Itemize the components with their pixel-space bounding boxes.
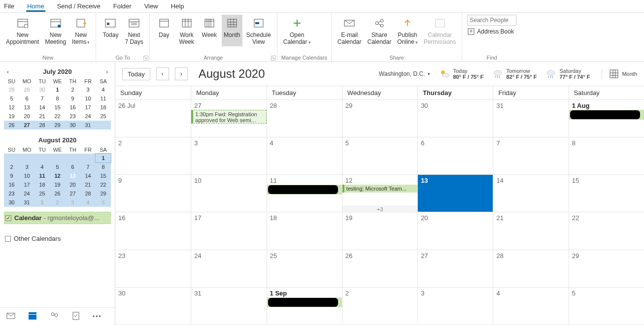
menu-view[interactable]: View	[143, 0, 159, 12]
calendar-list-item-other[interactable]: Other Calendars	[4, 233, 111, 244]
menu-folder[interactable]: Folder	[112, 0, 133, 12]
email-calendar-button[interactable]: E-mail Calendar	[336, 15, 364, 47]
day-icon	[158, 17, 170, 28]
day-cell[interactable]: 29	[569, 250, 644, 288]
arrange-day-button[interactable]: Day	[154, 15, 174, 46]
day-cell[interactable]: 7	[493, 137, 568, 175]
arrange-workweek-button[interactable]: Work Week	[176, 15, 197, 46]
svg-point-54	[547, 70, 555, 75]
arrange-week-button[interactable]: Week	[199, 15, 220, 46]
day-cell[interactable]: 5	[569, 288, 644, 325]
day-cell[interactable]: 23	[115, 250, 191, 288]
day-of-week-row: SundayMondayTuesdayWednesdayThursdayFrid…	[115, 86, 644, 100]
view-switcher[interactable]: Month	[602, 69, 637, 79]
day-cell[interactable]: 20	[417, 212, 493, 250]
menu-help[interactable]: Help	[170, 0, 185, 12]
day-cell[interactable]: 31	[493, 100, 568, 137]
day-cell[interactable]: 30	[115, 288, 191, 325]
menu-send-receive[interactable]: Send / Receive	[56, 0, 102, 12]
day-cell[interactable]: 28	[493, 250, 568, 288]
nav-more-icon[interactable]: •••	[93, 313, 102, 320]
new-items-button[interactable]: New Items▾	[70, 15, 92, 47]
day-cell[interactable]: 5	[342, 137, 417, 175]
event-item[interactable]: 1:30pm Fwd: Registration approved for We…	[191, 110, 266, 124]
month-grid[interactable]: 26 Jul271:30pm Fwd: Registration approve…	[115, 100, 644, 325]
day-cell[interactable]: 19	[342, 212, 417, 250]
group-launcher-arrange[interactable]: ↘	[271, 56, 276, 61]
nav-people-icon[interactable]	[49, 311, 59, 322]
nav-calendar-icon[interactable]	[28, 311, 37, 322]
day-cell[interactable]: 10	[191, 175, 266, 212]
day-cell[interactable]: 14	[493, 175, 568, 212]
event-item-redacted[interactable]	[267, 297, 342, 307]
event-item-redacted[interactable]	[267, 185, 342, 195]
day-cell[interactable]: 1 Sep	[267, 288, 342, 325]
day-cell[interactable]: 26	[342, 250, 417, 288]
menu-home[interactable]: Home	[26, 0, 45, 12]
day-cell[interactable]: 2	[342, 288, 417, 325]
day-cell[interactable]: 6	[417, 137, 493, 175]
day-cell[interactable]: 4	[493, 288, 568, 325]
mini-calendar-july[interactable]: SUMOTUWETHFRSA28293012345678910111213141…	[4, 77, 111, 130]
dow-sunday: Sunday	[115, 86, 191, 99]
group-launcher-goto[interactable]: ↘	[143, 56, 148, 61]
day-cell[interactable]: 8	[569, 137, 644, 175]
day-cell[interactable]: 1 Aug	[569, 100, 644, 137]
event-item[interactable]: testing; Microsoft Team...	[342, 185, 417, 193]
day-cell[interactable]: 271:30pm Fwd: Registration approved for …	[191, 100, 266, 137]
day-cell[interactable]: 21	[493, 212, 568, 250]
address-book-button[interactable]: Address Book	[467, 28, 516, 35]
weather-location[interactable]: Washington, D.C. ▾	[379, 70, 431, 77]
new-meeting-button[interactable]: New Meeting	[43, 15, 68, 47]
calendar-list-item-mine[interactable]: ✓ Calendar - rgmonteloyola@...	[4, 212, 111, 224]
day-cell[interactable]: 22	[569, 212, 644, 250]
day-cell[interactable]: 18	[267, 212, 342, 250]
goto-today-button[interactable]: Today	[100, 15, 121, 46]
goto-next7-button[interactable]: Next 7 Days	[123, 15, 145, 46]
nav-mail-icon[interactable]	[6, 311, 16, 322]
arrange-month-button[interactable]: Month	[222, 15, 242, 46]
day-cell[interactable]: 28	[267, 100, 342, 137]
mini-prev-button[interactable]: ‹	[4, 68, 12, 75]
nav-tasks-icon[interactable]	[71, 311, 81, 322]
day-cell[interactable]: 31	[191, 288, 266, 325]
day-cell[interactable]: 12testing; Microsoft Team...+3	[342, 175, 417, 212]
day-cell[interactable]: 2	[115, 137, 191, 175]
day-cell[interactable]: 17	[191, 212, 266, 250]
menu-file[interactable]: File	[3, 0, 15, 12]
day-cell[interactable]: 3	[417, 288, 493, 325]
today-button[interactable]: Today	[122, 68, 150, 80]
day-cell[interactable]: 27	[417, 250, 493, 288]
prev-period-button[interactable]: ‹	[156, 67, 169, 80]
event-item-redacted[interactable]	[569, 110, 644, 120]
publish-online-button[interactable]: Publish Online▾	[395, 15, 420, 47]
day-cell[interactable]: 3	[191, 137, 266, 175]
search-people-input[interactable]	[467, 15, 516, 26]
day-cell[interactable]: 24	[191, 250, 266, 288]
day-cell[interactable]: 25	[267, 250, 342, 288]
new-appointment-button[interactable]: New Appointment	[4, 15, 41, 47]
weather-saturday[interactable]: Saturday77° F / 74° F	[545, 68, 590, 80]
mini-next-button[interactable]: ›	[103, 68, 111, 75]
mini-calendar-august[interactable]: SUMOTUWETHFRSA12345678910111213141516171…	[4, 146, 111, 207]
svg-rect-8	[107, 23, 109, 25]
day-cell[interactable]: 4	[267, 137, 342, 175]
next-period-button[interactable]: ›	[175, 67, 188, 80]
checkbox-checked-icon[interactable]: ✓	[5, 215, 11, 221]
svg-line-55	[548, 76, 549, 78]
day-cell[interactable]: 26 Jul	[115, 100, 191, 137]
checkbox-empty-icon[interactable]	[5, 236, 11, 242]
day-cell[interactable]: 9	[115, 175, 191, 212]
arrange-schedule-button[interactable]: Schedule View	[244, 15, 273, 46]
day-cell[interactable]: 15	[569, 175, 644, 212]
day-cell[interactable]: 30	[417, 100, 493, 137]
weather-today[interactable]: Today80° F / 75° F	[439, 68, 483, 80]
open-calendar-button[interactable]: Open Calendar▾	[281, 15, 313, 47]
weather-tomorrow[interactable]: Tomorrow82° F / 75° F	[492, 68, 537, 80]
svg-point-50	[494, 70, 502, 75]
day-cell[interactable]: 13	[417, 175, 493, 212]
day-cell[interactable]: 11	[267, 175, 342, 212]
day-cell[interactable]: 29	[342, 100, 417, 137]
day-cell[interactable]: 16	[115, 212, 191, 250]
share-calendar-button[interactable]: Share Calendar	[366, 15, 394, 47]
